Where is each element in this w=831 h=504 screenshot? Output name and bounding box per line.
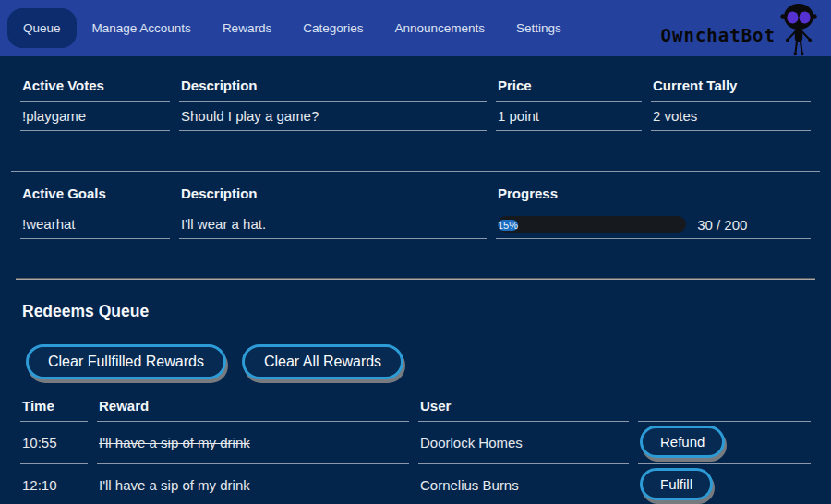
goals-header-description: Description xyxy=(179,172,487,210)
main-content: Active Votes Description Price Current T… xyxy=(0,71,831,504)
redeems-actions: Clear Fullfilled Rewards Clear All Rewar… xyxy=(26,344,820,379)
robot-mascot-icon xyxy=(772,3,825,58)
refund-button[interactable]: Refund xyxy=(640,426,725,458)
redeem-action-cell: Fulfill xyxy=(638,464,811,504)
tab-settings[interactable]: Settings xyxy=(500,21,577,35)
redeem-user: Cornelius Burns xyxy=(418,464,629,504)
redeems-header-time: Time xyxy=(20,392,88,422)
table-row: !wearhat I'll wear a hat. 15% 30 / 200 xyxy=(20,210,811,239)
redeem-action-cell: Refund xyxy=(638,422,811,464)
table-row: !playgame Should I play a game? 1 point … xyxy=(20,102,811,131)
tab-announcements[interactable]: Announcements xyxy=(379,21,500,35)
goal-description: I'll wear a hat. xyxy=(179,210,487,239)
vote-price: 1 point xyxy=(496,102,642,131)
vote-description: Should I play a game? xyxy=(179,102,487,131)
votes-header-tally: Current Tally xyxy=(651,71,811,102)
table-row: 12:10 I'll have a sip of my drink Cornel… xyxy=(20,464,811,504)
redeems-header-user: User xyxy=(418,392,629,422)
goals-header-row: Active Goals Description Progress xyxy=(20,172,811,210)
active-goals-table: Active Goals Description Progress !wearh… xyxy=(11,171,820,239)
clear-all-rewards-button[interactable]: Clear All Rewards xyxy=(242,344,403,379)
top-navbar: Queue Manage Accounts Rewards Categories… xyxy=(0,0,831,56)
tab-manage-accounts[interactable]: Manage Accounts xyxy=(77,21,207,35)
redeem-user: Doorlock Homes xyxy=(418,422,629,464)
section-divider xyxy=(16,278,815,280)
goals-header-progress: Progress xyxy=(496,172,811,210)
vote-command: !playgame xyxy=(20,102,170,131)
votes-header-description: Description xyxy=(179,71,487,102)
brand-name: OwnchatBot xyxy=(661,25,776,45)
redeem-time: 10:55 xyxy=(20,422,88,464)
tab-queue[interactable]: Queue xyxy=(7,8,77,48)
fulfill-button[interactable]: Fulfill xyxy=(640,468,713,500)
progress-fill: 15% xyxy=(498,220,518,231)
page-title: Redeems Queue xyxy=(22,302,820,321)
nav-tabs: Queue Manage Accounts Rewards Categories… xyxy=(0,0,577,56)
table-row: 10:55 I'll have a sip of my drink Doorlo… xyxy=(20,422,811,464)
votes-header-row: Active Votes Description Price Current T… xyxy=(20,71,811,102)
tab-categories[interactable]: Categories xyxy=(287,21,379,35)
clear-fulfilled-rewards-button[interactable]: Clear Fullfilled Rewards xyxy=(26,344,226,379)
active-votes-table: Active Votes Description Price Current T… xyxy=(11,71,820,131)
redeem-time: 12:10 xyxy=(20,464,88,504)
tab-rewards[interactable]: Rewards xyxy=(207,21,287,35)
vote-tally: 2 votes xyxy=(651,102,811,131)
brand-logo: OwnchatBot xyxy=(661,0,825,56)
votes-header-command: Active Votes xyxy=(20,71,170,102)
goals-header-command: Active Goals xyxy=(20,172,170,210)
progress-bar: 15% xyxy=(498,216,686,233)
goal-progress-cell: 15% 30 / 200 xyxy=(496,210,811,239)
redeems-header-row: Time Reward User xyxy=(20,392,811,422)
redeems-queue-table: Time Reward User 10:55 I'll have a sip o… xyxy=(11,392,820,504)
redeems-header-action xyxy=(638,392,811,422)
redeems-header-reward: Reward xyxy=(97,392,409,422)
goal-command: !wearhat xyxy=(20,210,170,239)
progress-value: 30 / 200 xyxy=(697,217,747,233)
redeem-reward: I'll have a sip of my drink xyxy=(97,422,409,464)
votes-header-price: Price xyxy=(496,71,642,102)
redeem-reward: I'll have a sip of my drink xyxy=(97,464,409,504)
